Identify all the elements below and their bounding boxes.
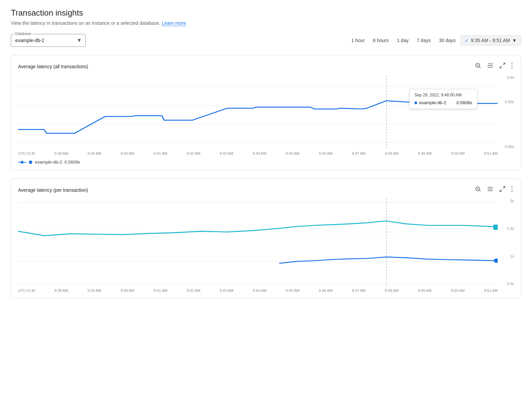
chart1-legend-label: example-db-2: 0.5608s: [35, 160, 80, 165]
time-btn-1day[interactable]: 1 day: [393, 36, 412, 45]
y2-label-15s: 1.5s: [507, 226, 514, 230]
page-title: Transaction insights: [11, 8, 521, 18]
chart1-y-axis: 0.6s 0.55s 0.45s: [500, 75, 514, 150]
chart2-more-button[interactable]: [510, 184, 514, 195]
chart2-fullscreen-button[interactable]: [498, 184, 507, 195]
database-selector[interactable]: Database example-db-2 ▼: [11, 34, 86, 47]
chart1-more-button[interactable]: [510, 61, 514, 72]
chart1-legend: example-db-2: 0.5608s: [18, 160, 514, 165]
database-value: example-db-2: [15, 36, 81, 45]
time-range-arrow-icon: ▼: [512, 38, 517, 43]
time-btn-1hour[interactable]: 1 hour: [348, 36, 368, 45]
time-range-button[interactable]: ✓ 9:35 AM - 9:51 AM ▼: [460, 35, 521, 45]
svg-point-21: [512, 189, 513, 190]
x2-label-950: 9:50 AM: [451, 288, 464, 293]
x2-label-utc: UTC+5:30: [18, 288, 35, 293]
chart2-card: Average latency (per transaction): [11, 179, 521, 298]
x-label-940: 9:40 AM: [121, 151, 134, 155]
svg-point-20: [512, 186, 513, 187]
y-label-06s: 0.6s: [507, 75, 514, 79]
chart1-svg: [18, 75, 498, 150]
database-label: Database: [14, 32, 33, 36]
tooltip-row: example-db-2 0.5608s: [414, 100, 472, 105]
x-label-951: 9:51 AM: [484, 151, 498, 155]
y2-label-2s: 2s: [510, 199, 514, 203]
x2-label-942: 9:42 AM: [187, 288, 200, 293]
chart2-y-axis: 2s 1.5s 1s 0.5s: [500, 199, 514, 287]
x-label-945: 9:45 AM: [286, 151, 299, 155]
x-label-942: 9:42 AM: [187, 151, 200, 155]
chart1-actions: [473, 61, 514, 72]
chart1-fullscreen-button[interactable]: [498, 61, 507, 72]
x2-label-948: 9:48 AM: [385, 288, 398, 293]
chart2-wrapper: UTC+5:30 9:38 AM 9:39 AM 9:40 AM 9:41 AM…: [18, 199, 514, 293]
tooltip-dot-icon: [414, 101, 417, 104]
y2-label-05s: 0.5s: [507, 282, 514, 286]
x2-label-944: 9:44 AM: [253, 288, 266, 293]
learn-more-link[interactable]: Learn more: [162, 20, 186, 26]
chart1-header: Average latency (all transactions): [18, 61, 514, 72]
chart1-wrapper: Sep 29, 2022, 9:48:00 AM example-db-2 0.…: [18, 75, 514, 155]
x-label-946: 9:46 AM: [319, 151, 332, 155]
chart2-header: Average latency (per transaction): [18, 184, 514, 195]
legend-line-icon: [18, 162, 26, 163]
tooltip-db-name: example-db-2: [419, 100, 446, 105]
x2-label-946: 9:46 AM: [319, 288, 332, 293]
x2-label-951: 9:51 AM: [484, 288, 498, 293]
x2-label-941: 9:41 AM: [154, 288, 167, 293]
chart2-title: Average latency (per transaction): [18, 187, 88, 193]
svg-point-7: [512, 65, 513, 66]
x2-label-949: 9:49 AM: [418, 288, 431, 293]
chart1-search-button[interactable]: [473, 61, 483, 72]
x-label-943: 9:43 AM: [220, 151, 233, 155]
x-label-939: 9:39 AM: [88, 151, 101, 155]
svg-rect-28: [493, 225, 498, 230]
x2-label-945: 9:45 AM: [286, 288, 299, 293]
chart1-tooltip: Sep 29, 2022, 9:48:00 AM example-db-2 0.…: [409, 89, 477, 109]
chart1-legend-button[interactable]: [485, 61, 495, 72]
svg-point-8: [512, 68, 513, 69]
tooltip-time: Sep 29, 2022, 9:48:00 AM: [414, 93, 472, 97]
chart1-area: Sep 29, 2022, 9:48:00 AM example-db-2 0.…: [18, 75, 498, 150]
chart2-inner: UTC+5:30 9:38 AM 9:39 AM 9:40 AM 9:41 AM…: [18, 199, 498, 293]
chart2-area: [18, 199, 498, 287]
x2-label-938: 9:38 AM: [54, 288, 68, 293]
x2-label-947: 9:47 AM: [352, 288, 366, 293]
controls-row: Database example-db-2 ▼ 1 hour 6 hours 1…: [11, 34, 521, 47]
x-label-941: 9:41 AM: [154, 151, 167, 155]
chart2-svg: [18, 199, 498, 287]
legend-dot-icon: [29, 161, 32, 164]
y-label-055s: 0.55s: [505, 100, 514, 104]
chart2-x-axis: UTC+5:30 9:38 AM 9:39 AM 9:40 AM 9:41 AM…: [18, 288, 498, 293]
time-btn-6hours[interactable]: 6 hours: [370, 36, 392, 45]
time-btn-30days[interactable]: 30 days: [436, 36, 459, 45]
time-range-label: 9:35 AM - 9:51 AM: [471, 38, 510, 43]
svg-point-22: [512, 191, 513, 192]
svg-point-6: [512, 63, 513, 64]
svg-point-29: [494, 259, 498, 263]
check-icon: ✓: [465, 38, 469, 43]
chart1-title: Average latency (all transactions): [18, 64, 88, 69]
y2-label-1s: 1s: [510, 254, 514, 258]
x-label-944: 9:44 AM: [253, 151, 266, 155]
x2-label-940: 9:40 AM: [121, 288, 134, 293]
x-label-949: 9:49 AM: [418, 151, 431, 155]
tooltip-db: example-db-2: [414, 100, 446, 105]
svg-line-5: [500, 66, 502, 68]
x-label-utc: UTC+5:30: [18, 151, 35, 155]
time-controls: 1 hour 6 hours 1 day 7 days 30 days ✓ 9:…: [348, 35, 521, 45]
x2-label-943: 9:43 AM: [220, 288, 233, 293]
chart2-legend-button[interactable]: [485, 184, 495, 195]
y-label-045s: 0.45s: [505, 145, 514, 149]
x2-label-939: 9:39 AM: [88, 288, 101, 293]
time-btn-7days[interactable]: 7 days: [413, 36, 434, 45]
chart2-actions: [473, 184, 514, 195]
x-label-947: 9:47 AM: [352, 151, 366, 155]
tooltip-value: 0.5608s: [457, 100, 472, 105]
chart1-x-axis: UTC+5:30 9:38 AM 9:39 AM 9:40 AM 9:41 AM…: [18, 151, 498, 155]
x-label-938: 9:38 AM: [54, 151, 68, 155]
chart2-search-button[interactable]: [473, 184, 483, 195]
dropdown-arrow-icon: ▼: [76, 37, 82, 43]
chart1-card: Average latency (all transactions): [11, 55, 521, 170]
svg-line-18: [503, 187, 505, 189]
